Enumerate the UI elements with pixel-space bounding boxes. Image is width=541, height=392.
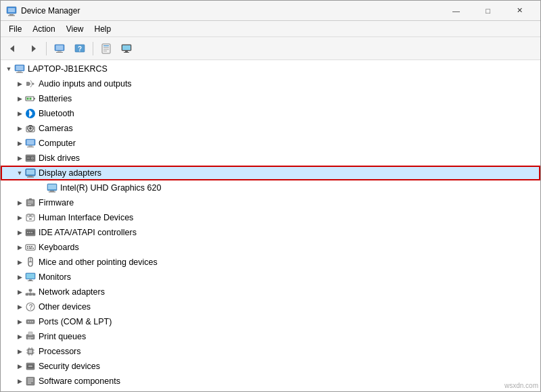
cameras-expand[interactable]: ▶ bbox=[14, 123, 25, 134]
back-button[interactable] bbox=[3, 40, 22, 57]
svg-rect-30 bbox=[30, 98, 32, 100]
firmware-label: Firmware bbox=[39, 198, 74, 207]
securitydevices-expand[interactable]: ▶ bbox=[14, 361, 25, 372]
audio-expand[interactable]: ▶ bbox=[14, 78, 25, 89]
intelgfx-expand bbox=[36, 182, 47, 193]
firmware-expand[interactable]: ▶ bbox=[14, 197, 25, 208]
svg-rect-78 bbox=[29, 280, 32, 281]
diskdrives-icon bbox=[25, 153, 36, 164]
svg-rect-59 bbox=[31, 214, 33, 217]
svg-rect-109 bbox=[28, 366, 32, 367]
batteries-expand[interactable]: ▶ bbox=[14, 93, 25, 104]
svg-rect-38 bbox=[27, 147, 34, 147]
tree-item-securitydevices[interactable]: ▶ Security devices bbox=[1, 359, 540, 374]
diskdrives-expand[interactable]: ▶ bbox=[14, 153, 25, 164]
tree-item-ports[interactable]: ▶ Ports (COM & LPT) bbox=[1, 314, 540, 329]
tree-item-keyboards[interactable]: ▶ Keyboards bbox=[1, 240, 540, 255]
hid-expand[interactable]: ▶ bbox=[14, 212, 25, 223]
show-computer-button[interactable] bbox=[50, 40, 69, 57]
tree-item-bluetooth[interactable]: ▶ Bluetooth bbox=[1, 106, 540, 121]
diskdrives-label: Disk drives bbox=[39, 153, 80, 163]
toolbar-separator-1 bbox=[46, 42, 47, 55]
displayadapters-expand[interactable]: ▼ bbox=[14, 168, 25, 178]
tree-item-diskdrives[interactable]: ▶ Disk drives bbox=[1, 151, 540, 166]
properties-button[interactable] bbox=[97, 40, 116, 57]
svg-text:?: ? bbox=[29, 303, 33, 311]
printqueues-label: Print queues bbox=[39, 332, 86, 341]
softwaredevices-expand[interactable]: ▶ bbox=[14, 391, 25, 391]
printqueues-icon bbox=[25, 331, 36, 342]
device-tree[interactable]: ▼ LAPTOP-JB1EKRCS ▶ bbox=[1, 60, 540, 391]
svg-marker-5 bbox=[32, 45, 36, 52]
svg-rect-55 bbox=[28, 204, 31, 205]
audio-label: Audio inputs and outputs bbox=[39, 79, 132, 89]
tree-item-network[interactable]: ▶ Network adapters bbox=[1, 285, 540, 299]
tree-root[interactable]: ▼ LAPTOP-JB1EKRCS bbox=[1, 62, 540, 76]
menu-bar: File Action View Help bbox=[1, 21, 540, 37]
tree-item-softwaredevices[interactable]: ▶ Software devices bbox=[1, 389, 540, 391]
tree-item-hid[interactable]: ▶ Human Interface Devices bbox=[1, 210, 540, 225]
computer-expand[interactable]: ▶ bbox=[14, 138, 25, 149]
bluetooth-expand[interactable]: ▶ bbox=[14, 108, 25, 119]
processors-expand[interactable]: ▶ bbox=[14, 346, 25, 357]
svg-rect-67 bbox=[26, 245, 35, 250]
tree-item-mice[interactable]: ▶ Mice and other pointing devices bbox=[1, 255, 540, 270]
monitors-expand[interactable]: ▶ bbox=[14, 272, 25, 283]
tree-item-intelgfx[interactable]: Intel(R) UHD Graphics 620 bbox=[1, 180, 540, 195]
svg-rect-45 bbox=[26, 170, 34, 174]
svg-rect-1 bbox=[8, 8, 15, 12]
cameras-label: Cameras bbox=[39, 124, 73, 133]
svg-rect-73 bbox=[32, 248, 34, 249]
mice-expand[interactable]: ▶ bbox=[14, 257, 25, 268]
other-label: Other devices bbox=[39, 302, 91, 312]
ide-icon bbox=[25, 227, 36, 238]
securitydevices-label: Security devices bbox=[39, 362, 100, 371]
svg-point-42 bbox=[32, 157, 33, 159]
tree-item-monitors[interactable]: ▶ Monitors bbox=[1, 270, 540, 285]
tree-item-audio[interactable]: ▶ Audio inputs and outputs bbox=[1, 76, 540, 91]
softwarecomponents-icon bbox=[25, 376, 36, 387]
svg-rect-98 bbox=[29, 350, 32, 353]
root-label: LAPTOP-JB1EKRCS bbox=[28, 64, 108, 74]
printqueues-expand[interactable]: ▶ bbox=[14, 331, 25, 342]
tree-item-ide[interactable]: ▶ IDE ATA/ATAPI controllers bbox=[1, 225, 540, 240]
bluetooth-label: Bluetooth bbox=[39, 109, 74, 118]
network-expand[interactable]: ▶ bbox=[14, 287, 25, 297]
minimize-button[interactable]: — bbox=[441, 4, 471, 18]
root-icon bbox=[14, 64, 25, 74]
menu-action[interactable]: Action bbox=[27, 21, 60, 36]
tree-item-firmware[interactable]: ▶ Firmware bbox=[1, 195, 540, 210]
menu-help[interactable]: Help bbox=[89, 21, 117, 36]
tree-item-other[interactable]: ▶ ? Other devices bbox=[1, 299, 540, 314]
processors-label: Processors bbox=[39, 347, 81, 356]
maximize-button[interactable]: □ bbox=[473, 4, 503, 18]
tree-item-displayadapters[interactable]: ▼ Display adapters bbox=[1, 166, 540, 180]
tree-item-computer[interactable]: ▶ Computer bbox=[1, 136, 540, 151]
ports-expand[interactable]: ▶ bbox=[14, 316, 25, 327]
monitor-button[interactable] bbox=[117, 40, 136, 57]
other-expand[interactable]: ▶ bbox=[14, 301, 25, 312]
menu-view[interactable]: View bbox=[61, 21, 89, 36]
keyboards-expand[interactable]: ▶ bbox=[14, 242, 25, 253]
svg-rect-13 bbox=[103, 45, 109, 47]
svg-rect-50 bbox=[50, 191, 54, 192]
tree-item-processors[interactable]: ▶ Processors bbox=[1, 344, 540, 359]
root-expand[interactable]: ▼ bbox=[3, 64, 14, 74]
help-button[interactable]: ? bbox=[70, 40, 89, 57]
svg-rect-58 bbox=[28, 214, 30, 217]
tree-item-batteries[interactable]: ▶ Batteries bbox=[1, 91, 540, 106]
monitors-icon bbox=[25, 272, 36, 283]
forward-button[interactable] bbox=[24, 40, 43, 57]
svg-rect-16 bbox=[103, 51, 107, 51]
tree-item-cameras[interactable]: ▶ Cameras bbox=[1, 121, 540, 136]
close-button[interactable]: ✕ bbox=[504, 4, 535, 18]
tree-item-softwarecomponents[interactable]: ▶ Software components bbox=[1, 374, 540, 389]
tree-item-printqueues[interactable]: ▶ Print queues bbox=[1, 329, 540, 344]
ide-expand[interactable]: ▶ bbox=[14, 227, 25, 238]
menu-file[interactable]: File bbox=[3, 21, 27, 36]
softwarecomponents-expand[interactable]: ▶ bbox=[14, 376, 25, 387]
window-icon bbox=[6, 5, 17, 16]
svg-rect-112 bbox=[28, 381, 33, 382]
svg-rect-25 bbox=[26, 82, 29, 86]
svg-rect-19 bbox=[125, 51, 128, 52]
